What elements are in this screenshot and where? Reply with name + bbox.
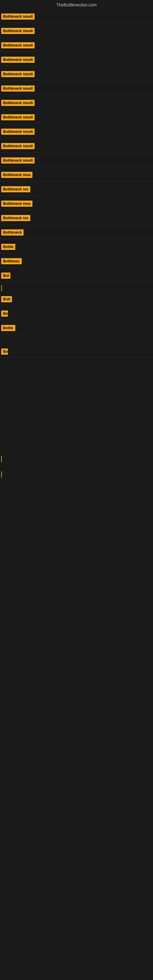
bottleneck-badge-17: Bottlenec xyxy=(1,258,22,264)
result-row-11: Bottleneck resu xyxy=(0,170,153,181)
decorative-line-19 xyxy=(1,285,152,291)
bottleneck-badge-3: Bottleneck result xyxy=(1,57,35,63)
result-row-18: Bot xyxy=(0,271,153,282)
decorative-line-31 xyxy=(1,471,152,477)
result-row-5: Bottleneck result xyxy=(0,84,153,95)
bottleneck-badge-14: Bottleneck res xyxy=(1,215,30,221)
site-title: TheBottlenecker.com xyxy=(0,0,153,9)
bottleneck-badge-22: Bottle xyxy=(1,325,15,331)
bottleneck-badge-20: Bott xyxy=(1,296,12,302)
result-row-12: Bottleneck res xyxy=(0,185,153,196)
result-row-20: Bott xyxy=(0,294,153,305)
result-row-0: Bottleneck result xyxy=(0,12,153,23)
result-row-3: Bottleneck result xyxy=(0,55,153,66)
spacer-26 xyxy=(0,376,153,395)
bottleneck-badge-1: Bottleneck result xyxy=(1,28,35,34)
bottleneck-badge-5: Bottleneck result xyxy=(1,86,35,92)
bottleneck-badge-4: Bottleneck result xyxy=(1,71,35,77)
result-row-14: Bottleneck res xyxy=(0,213,153,224)
bottleneck-badge-15: Bottleneck xyxy=(1,229,24,235)
decorative-line-30 xyxy=(1,456,152,462)
result-row-21: Bo xyxy=(0,309,153,320)
bottleneck-badge-6: Bottleneck result xyxy=(1,100,35,106)
result-row-2: Bottleneck result xyxy=(0,40,153,52)
spacer-28 xyxy=(0,413,153,431)
result-row-4: Bottleneck result xyxy=(0,69,153,81)
spacer-29 xyxy=(0,431,153,450)
bottleneck-badge-0: Bottleneck result xyxy=(1,13,35,20)
bottleneck-badge-7: Bottleneck result xyxy=(1,114,35,120)
result-row-13: Bottleneck resu xyxy=(0,199,153,210)
result-row-17: Bottlenec xyxy=(0,256,153,268)
bottleneck-badge-16: Bottle xyxy=(1,244,15,250)
result-row-16: Bottle xyxy=(0,242,153,253)
result-row-10: Bottleneck result xyxy=(0,156,153,167)
spacer-25 xyxy=(0,358,153,376)
result-row-15: Bottleneck xyxy=(0,228,153,239)
result-row-9: Bottleneck result xyxy=(0,141,153,153)
result-row-1: Bottleneck result xyxy=(0,26,153,37)
bottleneck-badge-11: Bottleneck resu xyxy=(1,172,32,178)
result-row-8: Bottleneck result xyxy=(0,127,153,138)
bottleneck-badge-24: Bo xyxy=(1,348,8,355)
bottleneck-badge-12: Bottleneck res xyxy=(1,186,30,192)
bottleneck-badge-21: Bo xyxy=(1,310,8,317)
bottleneck-badge-13: Bottleneck resu xyxy=(1,200,32,207)
bottleneck-badge-9: Bottleneck result xyxy=(1,143,35,149)
result-row-7: Bottleneck result xyxy=(0,112,153,124)
bottleneck-badge-2: Bottleneck result xyxy=(1,42,35,48)
bottleneck-badge-18: Bot xyxy=(1,272,10,279)
bottleneck-badge-10: Bottleneck result xyxy=(1,158,35,164)
result-row-24: Bo xyxy=(0,347,153,358)
spacer-27 xyxy=(0,395,153,413)
result-row-6: Bottleneck result xyxy=(0,98,153,109)
result-row-22: Bottle xyxy=(0,323,153,334)
spacer-23 xyxy=(0,334,153,344)
bottleneck-badge-8: Bottleneck result xyxy=(1,129,35,135)
